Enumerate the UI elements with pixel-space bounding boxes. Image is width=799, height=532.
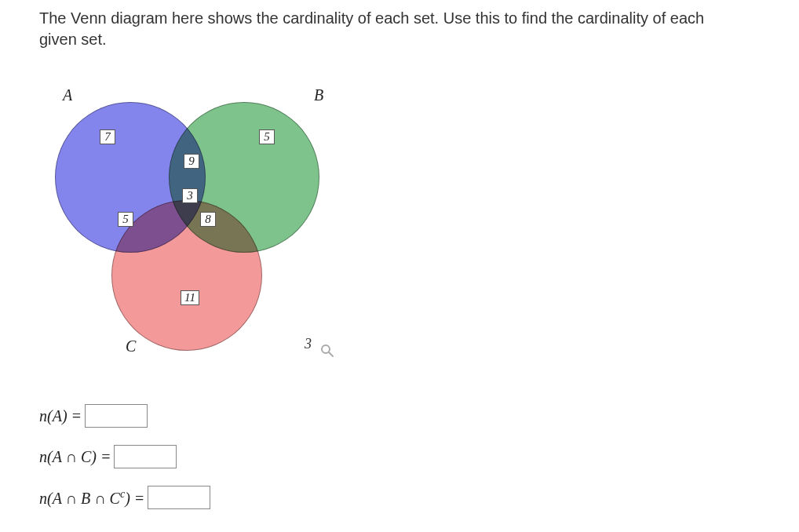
set-c-circle: [111, 200, 262, 351]
region-a-only: 7: [100, 129, 115, 144]
region-a-and-c: 5: [118, 212, 133, 227]
question-1-input[interactable]: [85, 404, 148, 428]
region-a-and-b: 9: [184, 154, 199, 169]
venn-diagram: A B C 7 5 11 9 5 8 3 3: [39, 86, 369, 384]
questions-block: n(A) = n(A ∩ C) = n(A ∩ B ∩ Cc) =: [39, 404, 210, 527]
question-1-label: n(A) =: [39, 407, 82, 425]
question-1: n(A) =: [39, 404, 210, 428]
region-c-only: 11: [181, 290, 199, 305]
question-3-label-prefix: n(A ∩ B ∩ C: [39, 489, 120, 506]
svg-line-1: [329, 352, 333, 356]
question-2: n(A ∩ C) =: [39, 445, 210, 468]
magnify-icon[interactable]: [320, 344, 334, 362]
question-2-input[interactable]: [114, 445, 177, 468]
set-a-label: A: [63, 86, 72, 104]
region-a-b-c: 3: [182, 188, 198, 203]
region-b-and-c: 8: [200, 212, 216, 227]
region-b-only: 5: [259, 129, 275, 144]
problem-prompt: The Venn diagram here shows the cardinal…: [39, 8, 746, 50]
question-3-input[interactable]: [148, 486, 210, 509]
set-b-label: B: [314, 86, 323, 104]
region-outside: 3: [305, 336, 334, 354]
question-3: n(A ∩ B ∩ Cc) =: [39, 486, 210, 509]
region-outside-value: 3: [305, 336, 312, 352]
question-3-label-suffix: ) =: [125, 489, 144, 506]
question-2-label: n(A ∩ C) =: [39, 448, 111, 466]
set-c-label: C: [126, 337, 136, 355]
question-3-label: n(A ∩ B ∩ Cc) =: [39, 488, 144, 508]
